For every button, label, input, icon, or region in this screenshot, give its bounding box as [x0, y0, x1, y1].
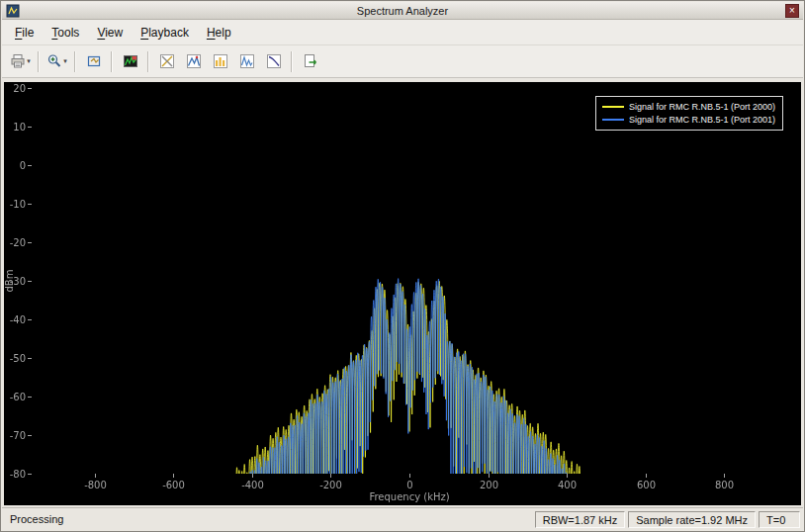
toolbar: ▾ ▾: [2, 45, 803, 78]
cursor-measurements-button[interactable]: [154, 49, 179, 74]
menu-file[interactable]: File: [6, 22, 43, 44]
print-button[interactable]: ▾: [8, 49, 33, 74]
menu-tools[interactable]: Tools: [43, 22, 88, 44]
status-rbw: RBW=1.87 kHz: [535, 511, 626, 528]
peak-finder-button[interactable]: [181, 49, 206, 74]
spectrum-settings-icon: [123, 53, 138, 69]
menu-playback[interactable]: Playback: [132, 22, 198, 44]
yellow-line-swatch-icon: [602, 106, 624, 108]
status-processing: Processing: [5, 513, 532, 525]
spectrum-plot[interactable]: [4, 82, 801, 505]
ccdf-button[interactable]: [261, 49, 286, 74]
print-icon: [10, 53, 26, 69]
close-button[interactable]: ×: [785, 4, 799, 18]
spectrum-settings-button[interactable]: [118, 49, 142, 74]
channel-measurements-icon: [213, 53, 228, 69]
legend-label: Signal for RMC R.NB.5-1 (Port 2000): [629, 102, 775, 112]
zoom-button[interactable]: ▾: [45, 49, 69, 74]
dropdown-arrow-icon: ▾: [63, 57, 67, 65]
playback-settings-icon: [303, 53, 318, 69]
status-time: T=0: [759, 511, 800, 528]
legend-entry: Signal for RMC R.NB.5-1 (Port 2000): [602, 100, 775, 113]
menu-help[interactable]: Help: [198, 22, 240, 44]
dropdown-arrow-icon: ▾: [27, 57, 31, 65]
blue-line-swatch-icon: [602, 119, 624, 121]
ccdf-icon: [266, 53, 282, 69]
legend-entry: Signal for RMC R.NB.5-1 (Port 2001): [602, 113, 775, 126]
distortion-measurements-button[interactable]: [234, 49, 259, 74]
figure-area: Signal for RMC R.NB.5-1 (Port 2000) Sign…: [4, 82, 801, 505]
status-sample-rate: Sample rate=1.92 MHz: [628, 511, 756, 528]
toolbar-separator: [111, 51, 113, 72]
zoom-in-icon: [46, 53, 62, 69]
fit-to-view-icon: [86, 53, 102, 69]
menu-view[interactable]: View: [88, 22, 132, 44]
playback-settings-button[interactable]: [298, 49, 322, 74]
toolbar-separator: [38, 51, 40, 72]
title-bar[interactable]: Spectrum Analyzer ×: [2, 2, 803, 20]
window-title: Spectrum Analyzer: [2, 2, 803, 20]
legend-label: Signal for RMC R.NB.5-1 (Port 2001): [629, 115, 775, 125]
legend[interactable]: Signal for RMC R.NB.5-1 (Port 2000) Sign…: [595, 96, 783, 131]
peak-finder-icon: [186, 53, 202, 69]
cursor-measurements-icon: [159, 53, 175, 69]
channel-measurements-button[interactable]: [208, 49, 232, 74]
toolbar-separator: [74, 51, 76, 72]
toolbar-separator: [291, 51, 293, 72]
menu-bar: File Tools View Playback Help: [2, 20, 803, 45]
fit-to-view-button[interactable]: [81, 49, 106, 74]
status-bar: Processing RBW=1.87 kHz Sample rate=1.92…: [2, 507, 803, 530]
toolbar-separator: [147, 51, 149, 72]
spectrum-analyzer-window: Spectrum Analyzer × File Tools View Play…: [0, 0, 805, 532]
distortion-measurements-icon: [239, 53, 255, 69]
